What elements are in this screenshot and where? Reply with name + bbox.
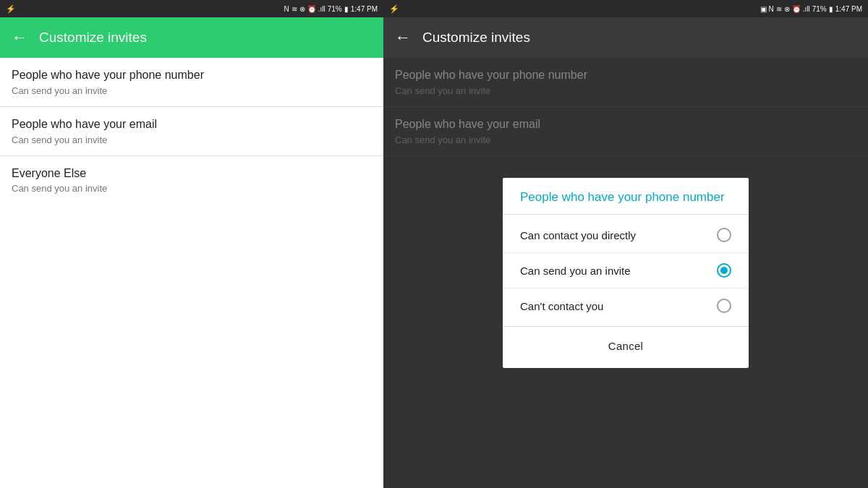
right-status-left: ⚡ bbox=[389, 4, 399, 14]
dialog-option-cant-contact[interactable]: Can't contact you bbox=[503, 288, 749, 323]
right-content: People who have your phone number Can se… bbox=[383, 58, 868, 488]
right-status-right: ▣ N ≋ ⊗ ⏰ .ıll 71% ▮ 1:47 PM bbox=[760, 5, 863, 13]
left-toolbar-title: Customize invites bbox=[39, 30, 147, 46]
cancel-button[interactable]: Cancel bbox=[579, 333, 673, 359]
dialog-overlay: People who have your phone number Can co… bbox=[383, 58, 868, 488]
radio-inner-dot bbox=[720, 267, 728, 274]
dialog-actions: Cancel bbox=[503, 326, 749, 368]
wifi-icon: ≋ bbox=[292, 5, 297, 13]
list-item-subtitle: Can send you an invite bbox=[12, 183, 372, 194]
option-label: Can send you an invite bbox=[520, 265, 631, 277]
alarm-icon: ⏰ bbox=[307, 5, 316, 13]
list-item-title: People who have your phone number bbox=[12, 68, 372, 83]
list-item[interactable]: People who have your email Can send you … bbox=[0, 107, 383, 156]
signal-icon: .ıll bbox=[318, 5, 326, 13]
mute-icon: ⊗ bbox=[784, 5, 790, 13]
left-status-right: N ≋ ⊗ ⏰ .ıll 71% ▮ 1:47 PM bbox=[284, 5, 378, 13]
customize-dialog: People who have your phone number Can co… bbox=[503, 178, 749, 369]
dialog-option-send-invite[interactable]: Can send you an invite bbox=[503, 253, 749, 288]
battery-text: 71% bbox=[328, 5, 342, 13]
left-status-bar: ⚡ N ≋ ⊗ ⏰ .ıll 71% ▮ 1:47 PM bbox=[0, 0, 383, 17]
alarm-icon: ⏰ bbox=[792, 5, 801, 13]
left-screen: ⚡ N ≋ ⊗ ⏰ .ıll 71% ▮ 1:47 PM ← Customize… bbox=[0, 0, 383, 488]
left-status-left: ⚡ bbox=[6, 4, 16, 14]
right-toolbar: ← Customize invites bbox=[383, 17, 868, 58]
dialog-option-contact-directly[interactable]: Can contact you directly bbox=[503, 218, 749, 253]
nfc-icon: N bbox=[284, 5, 289, 13]
list-item-title: People who have your email bbox=[12, 117, 372, 132]
radio-button-selected[interactable] bbox=[717, 263, 731, 278]
option-label: Can't contact you bbox=[520, 300, 603, 312]
list-item-subtitle: Can send you an invite bbox=[12, 134, 372, 145]
right-toolbar-title: Customize invites bbox=[422, 30, 530, 46]
usb-icon: ⚡ bbox=[6, 4, 16, 14]
right-back-button[interactable]: ← bbox=[395, 28, 411, 47]
battery-icon: ▮ bbox=[829, 5, 833, 13]
option-label: Can contact you directly bbox=[520, 229, 636, 241]
back-button[interactable]: ← bbox=[12, 28, 27, 47]
list-item-title: Everyone Else bbox=[12, 166, 372, 181]
list-item-subtitle: Can send you an invite bbox=[12, 85, 372, 96]
radio-button[interactable] bbox=[717, 299, 731, 313]
left-list-container: People who have your phone number Can se… bbox=[0, 58, 383, 488]
list-item[interactable]: Everyone Else Can send you an invite bbox=[0, 156, 383, 205]
nfc-icon: N bbox=[769, 5, 774, 13]
right-screen: ⚡ ▣ N ≋ ⊗ ⏰ .ıll 71% ▮ 1:47 PM ← Customi… bbox=[383, 0, 868, 488]
dialog-options: Can contact you directly Can send you an… bbox=[503, 215, 749, 326]
left-toolbar: ← Customize invites bbox=[0, 17, 383, 58]
usb-icon: ⚡ bbox=[389, 4, 399, 14]
list-item[interactable]: People who have your phone number Can se… bbox=[0, 58, 383, 107]
right-status-bar: ⚡ ▣ N ≋ ⊗ ⏰ .ıll 71% ▮ 1:47 PM bbox=[383, 0, 868, 17]
radio-button[interactable] bbox=[717, 228, 731, 242]
time-display: 1:47 PM bbox=[835, 5, 862, 13]
battery-icon: ▮ bbox=[344, 5, 349, 13]
time-display: 1:47 PM bbox=[351, 5, 378, 13]
mute-icon: ⊗ bbox=[299, 5, 305, 13]
dialog-title: People who have your phone number bbox=[503, 178, 749, 215]
wifi-icon: ≋ bbox=[776, 5, 782, 13]
signal-icon: .ıll bbox=[803, 5, 810, 13]
screenshot-icon: ▣ bbox=[760, 5, 767, 13]
battery-text: 71% bbox=[812, 5, 827, 13]
